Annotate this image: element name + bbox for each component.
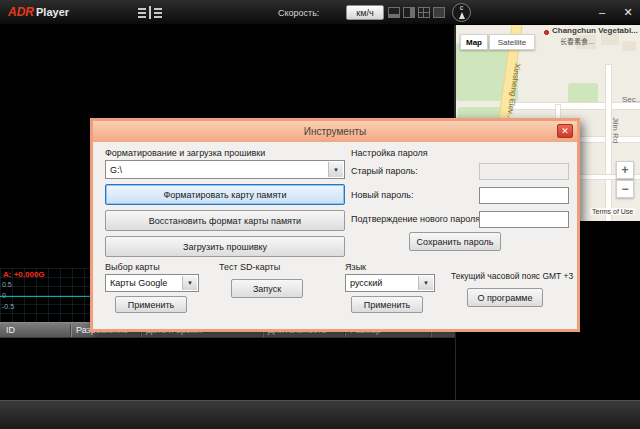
view-toggle-icon-4[interactable] — [433, 7, 445, 18]
view-toggle-icon-2[interactable] — [403, 7, 415, 18]
format-card-button[interactable]: Форматировать карту памяти — [105, 184, 345, 205]
tools-dialog: Инструменты ✕ Форматирование и загрузка … — [90, 118, 580, 332]
view-toggle-icon-3[interactable] — [418, 7, 430, 18]
run-sd-test-button[interactable]: Запуск — [231, 279, 303, 298]
compass-north-label: с — [460, 4, 464, 11]
confirm-password-label: Подтверждение нового пароля: — [351, 214, 483, 224]
chevron-down-icon — [182, 276, 197, 290]
dialog-titlebar[interactable]: Инструменты ✕ — [93, 121, 577, 142]
app-logo-adr: ADR — [8, 5, 34, 19]
map-type-button[interactable]: Map — [460, 34, 488, 50]
language-select[interactable]: русский — [345, 274, 435, 292]
timezone-label: Текущий часовой пояс GMT +3 — [451, 271, 573, 281]
filelist-body[interactable] — [0, 338, 455, 400]
compass-icon: с — [452, 3, 471, 22]
speed-unit-box: км/ч — [346, 5, 384, 20]
language-heading: Язык — [345, 262, 366, 272]
street-label-jilin: Jilin Rd — [611, 117, 620, 143]
confirm-password-field[interactable] — [479, 211, 569, 228]
zoom-out-button[interactable]: − — [616, 180, 634, 198]
old-password-field[interactable] — [479, 163, 569, 180]
dialog-close-button[interactable]: ✕ — [557, 124, 573, 138]
speed-label: Скорость: — [278, 8, 319, 18]
map-provider-select[interactable]: Карты Google — [105, 274, 199, 292]
format-section-heading: Форматирование и загрузка прошивки — [105, 148, 265, 158]
equalizer-icon — [138, 6, 162, 19]
drive-select[interactable]: G:\ — [105, 160, 345, 179]
map-park-area — [568, 83, 598, 105]
terms-of-use-link[interactable]: Terms of Use — [590, 208, 635, 215]
map-pin-icon — [544, 30, 549, 35]
load-firmware-button[interactable]: Загрузить прошивку — [105, 236, 345, 257]
column-separator — [70, 324, 71, 337]
restore-format-button[interactable]: Восстановить формат карты памяти — [105, 210, 345, 231]
poi-label-cn: 长春素食... — [560, 36, 594, 46]
zoom-in-button[interactable]: + — [616, 161, 634, 179]
app-logo-player: Player — [36, 6, 69, 18]
old-password-label: Старый пароль: — [351, 166, 418, 176]
map-road — [511, 103, 640, 109]
window-close-button[interactable]: ✕ — [620, 5, 636, 19]
gsensor-panel: A: +0.000G 0.5 0 -0.5 — [0, 268, 90, 322]
map-section-heading: Выбор карты — [105, 262, 160, 272]
apply-language-button[interactable]: Применить — [351, 296, 423, 313]
apply-map-button[interactable]: Применить — [115, 296, 187, 313]
save-password-button[interactable]: Сохранить пароль — [409, 232, 501, 251]
bottom-toolbar: ⚙ ◄◄ ■ ► ►► — [0, 400, 640, 429]
about-button[interactable]: О программе — [467, 288, 543, 307]
poi-label-en: Changchun Vegetabl... — [552, 26, 638, 35]
language-value: русский — [350, 278, 382, 288]
sd-test-heading: Тест SD-карты — [219, 262, 280, 272]
gsensor-axis-label: -0.5 — [2, 303, 14, 310]
drive-select-value: G:\ — [110, 165, 122, 175]
gsensor-axis-label: 0.5 — [2, 281, 12, 288]
minimize-button[interactable]: – — [594, 5, 610, 19]
gsensor-baseline — [0, 296, 90, 297]
map-provider-value: Карты Google — [110, 278, 167, 288]
chevron-down-icon — [328, 162, 343, 177]
dialog-title: Инструменты — [93, 121, 577, 142]
view-toggle-icon-1[interactable] — [388, 7, 400, 18]
password-section-heading: Настройка пароля — [351, 148, 428, 158]
satellite-type-button[interactable]: Satellite — [489, 34, 535, 50]
compass-needle-icon — [459, 12, 465, 19]
gsensor-reading: A: +0.000G — [3, 270, 45, 279]
new-password-field[interactable] — [479, 187, 569, 204]
street-label-sec: Sec... — [622, 95, 640, 104]
new-password-label: Новый пароль: — [351, 190, 413, 200]
map-building — [622, 41, 636, 51]
adr-player-window: ADR Player Скорость: км/ч с – ✕ A: +0.00… — [0, 0, 640, 429]
titlebar[interactable]: ADR Player Скорость: км/ч с – ✕ — [0, 0, 640, 25]
chevron-down-icon — [418, 276, 433, 290]
column-header-id[interactable]: ID — [6, 325, 15, 335]
